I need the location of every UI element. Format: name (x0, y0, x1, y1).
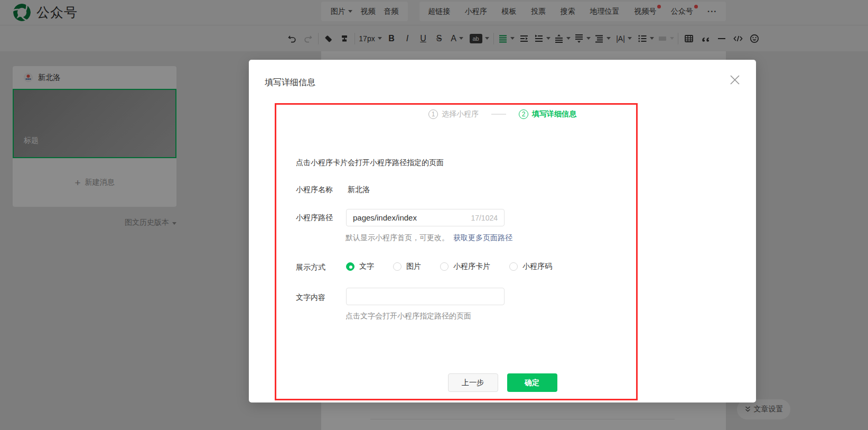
dialog-close-button[interactable] (729, 74, 741, 86)
close-icon (729, 74, 741, 86)
annotation-highlight-box (275, 103, 638, 400)
dialog-title: 填写详细信息 (265, 78, 315, 87)
